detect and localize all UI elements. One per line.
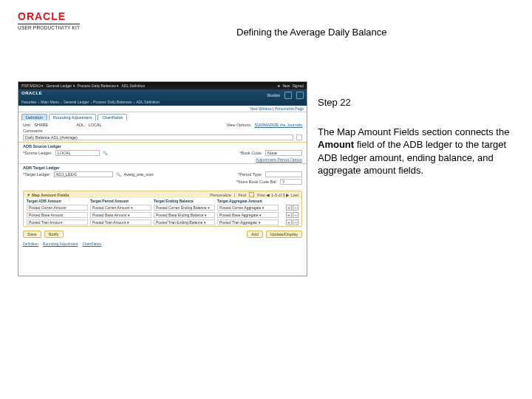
notify-button[interactable]: Notify bbox=[44, 231, 64, 238]
footer-link-rounding[interactable]: Rounding Adjustment bbox=[43, 242, 78, 246]
tab-definition[interactable]: Definition bbox=[21, 114, 47, 120]
crumb: Favorites bbox=[21, 100, 37, 104]
add-row-button[interactable]: + bbox=[286, 219, 292, 225]
footer-link-definition[interactable]: Definition bbox=[23, 242, 38, 246]
map-grid-row: Posted Curren Amount Posted Curren Amoun… bbox=[24, 204, 301, 211]
page-header: ORACLE USER PRODUCTIVITY KIT Defining th… bbox=[0, 10, 532, 40]
map-section-heading[interactable]: ▼ Map Amount Fields bbox=[27, 193, 69, 197]
codebal-select[interactable]: Y bbox=[280, 179, 302, 185]
aggregate-amount-select[interactable]: Posted Curren Aggregate ▾ bbox=[217, 205, 279, 211]
ending-balance-select[interactable]: Posted Base Ending Balance ▾ bbox=[154, 212, 215, 218]
target-ledger-desc: Averg_one_sum bbox=[124, 172, 154, 177]
browser-topbar: PSP MENU ▾ General Ledger ▾ Process Dail… bbox=[18, 82, 307, 89]
map-grid-row: Posted Tran Amount Posted Tran Amount ▾ … bbox=[24, 219, 301, 226]
menu-item: Process Daily Balances ▾ bbox=[78, 83, 120, 88]
viewopt-label: View Options: bbox=[227, 123, 252, 127]
footer-link-chartfields[interactable]: ChartFields bbox=[82, 242, 101, 246]
aggregate-amount-select[interactable]: Posted Base Aggregate ▾ bbox=[217, 212, 279, 218]
period-type-select[interactable] bbox=[265, 171, 302, 177]
comments-label: Comments bbox=[23, 129, 43, 133]
crumb: General Ledger bbox=[64, 100, 89, 104]
codebal-label: *Store Book Code Bal: bbox=[236, 180, 277, 184]
adb-amount-field: Posted Base Amount bbox=[27, 212, 88, 218]
ending-balance-select[interactable]: Posted Curren Ending Balance ▾ bbox=[154, 205, 215, 211]
grid-icon[interactable] bbox=[249, 192, 254, 197]
breadcrumb: Favorites› Main Menu› General Ledger› Pr… bbox=[21, 100, 160, 104]
period-amount-select[interactable]: Posted Tran Amount ▾ bbox=[90, 219, 151, 225]
topbar-label: New bbox=[282, 83, 290, 88]
target-ledger-input[interactable]: ADJ_LEDG bbox=[54, 171, 113, 177]
menu-item: General Ledger ▾ bbox=[46, 83, 75, 88]
body-bold: Amount bbox=[318, 139, 354, 150]
footer-links: Definition Rounding Adjustment ChartFiel… bbox=[18, 239, 307, 248]
map-amount-fields-section: ▼ Map Amount Fields Personalize| Find Fi… bbox=[23, 191, 302, 227]
unit-label: Unit: bbox=[23, 123, 31, 127]
menu-item: ADL Definition bbox=[121, 83, 145, 88]
map-grid-header: Target ADB Amount Target Period Amount T… bbox=[24, 198, 301, 204]
unit-value: SHARE bbox=[34, 123, 48, 127]
embedded-screenshot: PSP MENU ▾ General Ledger ▾ Process Dail… bbox=[18, 81, 307, 276]
period-amount-select[interactable]: Posted Base Amount ▾ bbox=[90, 212, 151, 218]
pager-label: First ◀ 1-3 of 3 ▶ Last bbox=[257, 193, 299, 197]
oracle-logo: ORACLE bbox=[18, 10, 80, 22]
tool-label: Worklist bbox=[267, 93, 280, 98]
remove-row-button[interactable]: − bbox=[293, 219, 299, 225]
bookcode-label: *Book Code: bbox=[239, 151, 262, 155]
source-ledger-label: *Source Ledger: bbox=[23, 151, 52, 155]
expand-icon[interactable] bbox=[296, 134, 302, 140]
viewopt-link[interactable]: SUMMARIZE the Journals bbox=[255, 123, 303, 127]
update-display-button[interactable]: Update/Display bbox=[266, 231, 302, 238]
page-tabs: Definition Rounding Adjustment ChartFiel… bbox=[18, 112, 307, 120]
page-toolbar: New Window | Personalize Page bbox=[18, 106, 307, 112]
refresh-icon[interactable] bbox=[296, 92, 304, 99]
adb-amount-field: Posted Tran Amount bbox=[27, 219, 88, 225]
add-button[interactable]: Add bbox=[247, 231, 263, 238]
map-grid-row: Posted Base Amount Posted Base Amount ▾ … bbox=[24, 211, 301, 219]
adl-value: LOCAL bbox=[89, 123, 102, 127]
col-target-aggregate-amount: Target Aggregate Amount bbox=[217, 199, 279, 203]
add-row-button[interactable]: + bbox=[286, 205, 292, 211]
source-ledger-input[interactable]: LOCAL bbox=[55, 150, 100, 156]
remove-row-button[interactable]: − bbox=[293, 212, 299, 218]
topbar-label: ★ bbox=[277, 83, 280, 88]
period-amount-select[interactable]: Posted Curren Amount ▾ bbox=[90, 205, 151, 211]
oracle-logo-block: ORACLE USER PRODUCTIVITY KIT bbox=[18, 10, 80, 30]
comments-input[interactable]: Daily Balance ADL (Average) bbox=[23, 134, 293, 140]
lookup-icon[interactable]: 🔍 bbox=[116, 172, 121, 177]
target-ledger-label: *Target Ledger: bbox=[23, 172, 51, 177]
col-target-period-amount: Target Period Amount bbox=[90, 199, 151, 203]
flag-icon[interactable] bbox=[284, 92, 292, 99]
menu-item: PSP MENU ▾ bbox=[21, 83, 44, 88]
instruction-panel: Step 22 The Map Amount Fields section co… bbox=[318, 96, 517, 177]
adb-amount-field: Posted Curren Amount bbox=[27, 205, 88, 211]
app-bluebar: ORACLE Favorites› Main Menu› General Led… bbox=[18, 89, 307, 106]
crumb: ADL Definition bbox=[136, 100, 160, 104]
ending-balance-select[interactable]: Posted Tran Ending Balance ▾ bbox=[154, 219, 215, 225]
app-brand: ORACLE bbox=[21, 91, 42, 95]
add-row-button[interactable]: + bbox=[286, 212, 292, 218]
header-form: Unit: SHARE ADL: LOCAL View Options: SUM… bbox=[18, 120, 307, 188]
step-body: The Map Amount Fields section connects t… bbox=[318, 126, 517, 177]
find-link[interactable]: Find bbox=[238, 193, 246, 197]
lookup-icon[interactable]: 🔍 bbox=[103, 151, 108, 155]
adl-label: ADL: bbox=[76, 123, 85, 127]
tab-rounding-adjustment[interactable]: Rounding Adjustment bbox=[49, 114, 96, 120]
step-label: Step 22 bbox=[318, 96, 517, 109]
page-title: Defining the Average Daily Balance bbox=[236, 27, 387, 38]
tab-chartfields[interactable]: ChartFields bbox=[98, 114, 127, 120]
bluebar-tools: Worklist bbox=[267, 92, 304, 99]
crumb: Main Menu bbox=[41, 100, 59, 104]
adb-source-heading: ADB Source Ledger bbox=[23, 144, 302, 149]
adjustment-period-link[interactable]: Adjustment Period Option bbox=[256, 157, 302, 162]
personalize-link[interactable]: Personalize bbox=[210, 193, 231, 197]
col-target-ending-balance: Target Ending Balance bbox=[154, 199, 215, 203]
body-pre: The Map Amount Fields section connects t… bbox=[318, 126, 509, 137]
save-button[interactable]: Save bbox=[23, 231, 41, 238]
period-type-label: *Period Type: bbox=[238, 172, 262, 177]
bookcode-select[interactable]: None bbox=[265, 150, 302, 156]
remove-row-button[interactable]: − bbox=[293, 205, 299, 211]
aggregate-amount-select[interactable]: Posted Tran Aggregate ▾ bbox=[217, 219, 279, 225]
col-target-adb-amount: Target ADB Amount bbox=[27, 199, 88, 203]
adb-target-heading: ADB Target Ledger bbox=[23, 166, 302, 170]
crumb: Process Daily Balances bbox=[93, 100, 132, 104]
